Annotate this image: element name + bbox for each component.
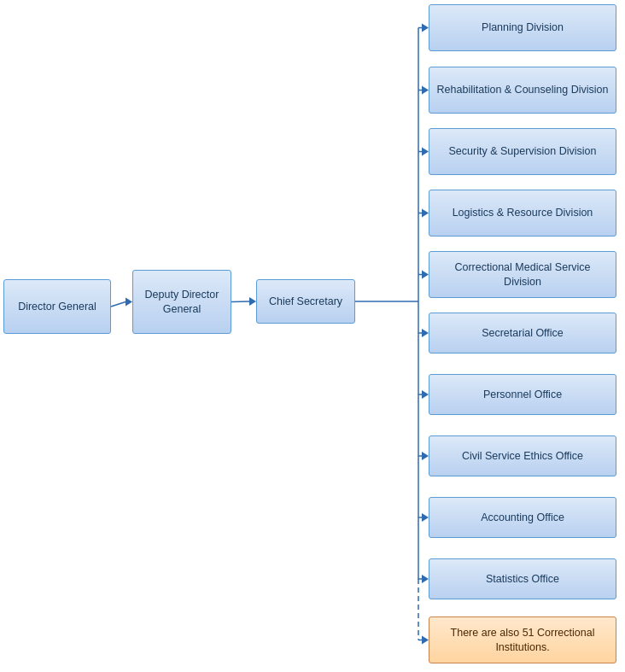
correctional-institutions: There are also 51 Correctional Instituti… xyxy=(429,616,616,663)
director-general: Director General xyxy=(3,279,111,334)
svg-marker-3 xyxy=(249,297,256,306)
svg-marker-17 xyxy=(422,329,429,337)
personnel-office: Personnel Office xyxy=(429,374,616,415)
svg-marker-15 xyxy=(422,271,429,279)
svg-marker-11 xyxy=(422,148,429,156)
accounting-office: Accounting Office xyxy=(429,497,616,538)
svg-marker-9 xyxy=(422,86,429,95)
chief-secretary: Chief Secretary xyxy=(256,279,355,324)
rehab-counseling: Rehabilitation & Counseling Division xyxy=(429,67,616,114)
planning-division: Planning Division xyxy=(429,4,616,51)
secretarial-office: Secretarial Office xyxy=(429,313,616,354)
svg-marker-28 xyxy=(422,636,429,645)
svg-line-0 xyxy=(111,302,126,307)
svg-line-2 xyxy=(231,301,249,302)
org-chart: Director GeneralDeputy Director GeneralC… xyxy=(0,0,625,672)
svg-marker-23 xyxy=(422,513,429,522)
civil-service-ethics: Civil Service Ethics Office xyxy=(429,435,616,476)
svg-marker-1 xyxy=(126,298,132,307)
svg-marker-21 xyxy=(422,452,429,460)
svg-marker-7 xyxy=(422,24,429,32)
correctional-medical: Correctional Medical Service Division xyxy=(429,251,616,298)
deputy-director: Deputy Director General xyxy=(132,270,231,334)
svg-marker-19 xyxy=(422,390,429,399)
svg-marker-13 xyxy=(422,209,429,218)
svg-marker-25 xyxy=(422,575,429,583)
logistics-resource: Logistics & Resource Division xyxy=(429,190,616,237)
security-supervision: Security & Supervision Division xyxy=(429,128,616,175)
statistics-office: Statistics Office xyxy=(429,558,616,599)
